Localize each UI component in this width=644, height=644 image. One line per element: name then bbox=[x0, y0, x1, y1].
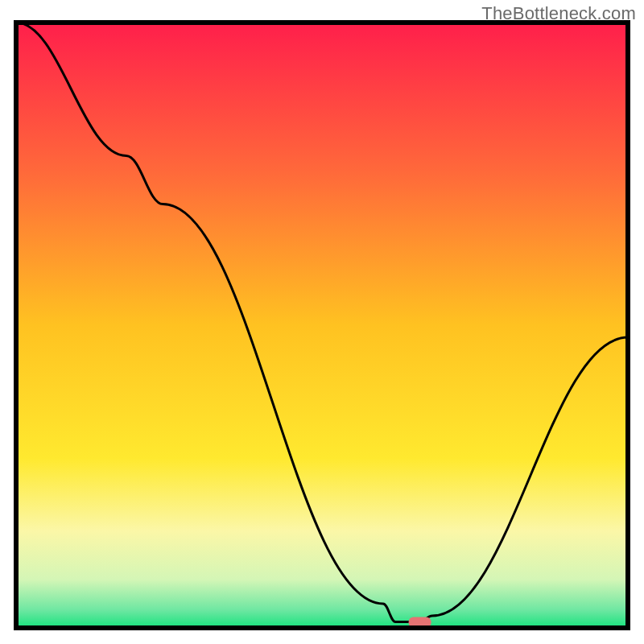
chart-container: TheBottleneck.com bbox=[0, 0, 644, 644]
watermark-text: TheBottleneck.com bbox=[481, 3, 636, 24]
chart-svg bbox=[0, 0, 644, 644]
